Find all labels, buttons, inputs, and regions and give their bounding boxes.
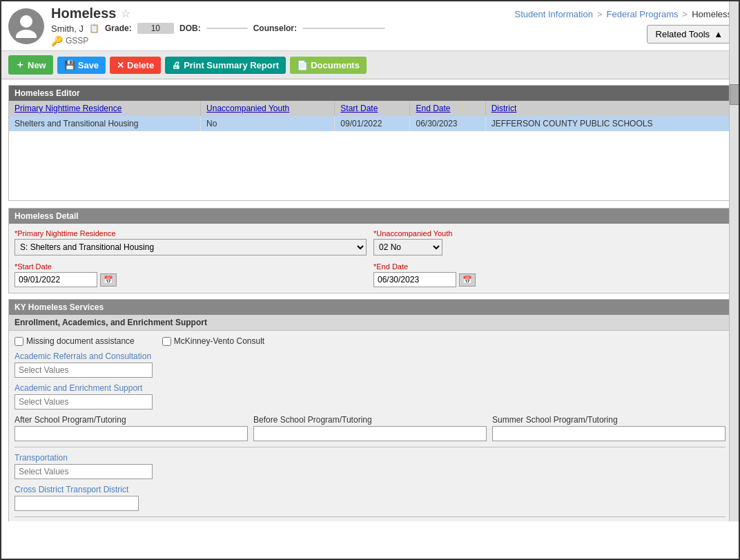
academic-referrals-label: Academic Referrals and Consultation — [14, 351, 726, 361]
transportation-input[interactable] — [14, 464, 153, 479]
gssp-label: GSSP — [66, 36, 88, 46]
unaccompanied-label: *Unaccompanied Youth — [373, 229, 726, 238]
ky-homeless-services-header: KY Homeless Services — [9, 300, 731, 315]
documents-button[interactable]: 📄 Documents — [290, 57, 367, 74]
primary-nighttime-label: *Primary Nighttime Residence — [14, 229, 367, 238]
plus-icon: ＋ — [15, 59, 25, 71]
academic-referrals-input[interactable] — [14, 363, 153, 378]
col-primary-nighttime[interactable]: Primary Nighttime Residence — [9, 101, 201, 116]
summer-school-input[interactable] — [492, 426, 726, 441]
breadcrumb: Student Information > Federal Programs >… — [515, 9, 732, 19]
end-date-calendar-button[interactable]: 📅 — [459, 273, 476, 287]
chevron-up-icon: ▲ — [714, 29, 723, 39]
breadcrumb-federal-programs[interactable]: Federal Programs — [607, 9, 679, 19]
grade-label: Grade: — [105, 23, 132, 33]
save-label: Save — [78, 60, 99, 70]
cell-start-date: 09/01/2022 — [335, 116, 410, 131]
col-end-date[interactable]: End Date — [410, 101, 485, 116]
grade-value: 10 — [137, 23, 174, 34]
cross-district-label: Cross District Transport District — [14, 485, 726, 494]
print-label: Print Summary Report — [184, 60, 279, 70]
start-date-calendar-button[interactable]: 📅 — [100, 273, 117, 287]
related-tools-button[interactable]: Related Tools ▲ — [647, 25, 732, 44]
before-school-input[interactable] — [253, 426, 487, 441]
star-icon[interactable]: ☆ — [121, 7, 130, 20]
toolbar: ＋ New 💾 Save ✕ Delete 🖨 Print Summary Re… — [1, 51, 739, 79]
transportation-group: Transportation — [14, 453, 726, 479]
svg-point-1 — [16, 30, 37, 38]
start-date-input[interactable] — [14, 272, 97, 287]
table-row[interactable]: Shelters and Transitional Housing No 09/… — [9, 116, 731, 131]
after-school-label: After School Program/Tutoring — [14, 415, 248, 425]
breadcrumb-sep1: > — [597, 9, 603, 19]
delete-icon: ✕ — [117, 60, 124, 70]
grade-icon: 📋 — [89, 23, 99, 33]
academic-enrichment-group: Academic and Enrichment Support — [14, 383, 726, 409]
cell-primary-nighttime: Shelters and Transitional Housing — [9, 116, 201, 131]
dob-value — [206, 28, 248, 29]
end-date-input[interactable] — [373, 272, 456, 287]
missing-doc-item: Missing document assistance — [14, 336, 135, 346]
related-tools-label: Related Tools — [656, 29, 710, 39]
primary-nighttime-select[interactable]: S: Shelters and Transitional Housing D: … — [14, 239, 367, 255]
svg-point-0 — [20, 15, 32, 28]
new-label: New — [28, 60, 46, 70]
services-sub-header: Enrollment, Academics, and Enrichment Su… — [9, 315, 731, 331]
before-school-group: Before School Program/Tutoring — [253, 415, 487, 441]
breadcrumb-sep2: > — [683, 9, 688, 19]
summer-school-label: Summer School Program/Tutoring — [492, 415, 726, 425]
student-avatar — [8, 8, 44, 44]
cell-end-date: 06/30/2023 — [410, 116, 485, 131]
missing-doc-checkbox[interactable] — [14, 337, 23, 346]
homeless-detail-header: Homeless Detail — [9, 209, 731, 224]
academic-enrichment-input[interactable] — [14, 394, 153, 409]
cross-district-input[interactable] — [14, 496, 139, 511]
start-date-label: *Start Date — [14, 262, 367, 271]
cell-district: JEFFERSON COUNTY PUBLIC SCHOOLS — [485, 116, 730, 131]
start-date-field: *Start Date 📅 — [14, 262, 367, 287]
save-button[interactable]: 💾 Save — [57, 57, 106, 74]
academic-referrals-group: Academic Referrals and Consultation — [14, 351, 726, 378]
new-button[interactable]: ＋ New — [8, 55, 53, 75]
dob-label: DOB: — [179, 23, 201, 33]
counselor-value — [302, 28, 385, 29]
primary-nighttime-field: *Primary Nighttime Residence S: Shelters… — [14, 229, 367, 255]
save-icon: 💾 — [64, 60, 75, 70]
cell-unaccompanied-youth: No — [201, 116, 335, 131]
print-icon: 🖨 — [172, 60, 181, 70]
col-district[interactable]: District — [485, 101, 730, 116]
cross-district-group: Cross District Transport District — [14, 485, 726, 511]
summer-school-group: Summer School Program/Tutoring — [492, 415, 726, 441]
col-start-date[interactable]: Start Date — [335, 101, 410, 116]
homeless-table: Primary Nighttime Residence Unaccompanie… — [9, 101, 731, 131]
scrollbar-thumb[interactable] — [730, 84, 739, 105]
student-name: Smith, J — [51, 23, 84, 34]
breadcrumb-current: Homeless — [692, 9, 732, 19]
counselor-label: Counselor: — [253, 23, 297, 33]
transportation-label: Transportation — [14, 453, 726, 463]
mckinney-item: McKinney-Vento Consult — [162, 336, 264, 346]
divider-1 — [14, 447, 726, 447]
unaccompanied-field: *Unaccompanied Youth 02 No 01 Yes — [373, 229, 726, 255]
documents-label: Documents — [311, 60, 360, 70]
unaccompanied-select[interactable]: 02 No 01 Yes — [373, 239, 442, 255]
academic-enrichment-label: Academic and Enrichment Support — [14, 383, 726, 393]
homeless-editor-header: Homeless Editor — [9, 86, 731, 101]
tutoring-section: After School Program/Tutoring Before Sch… — [14, 415, 726, 441]
print-button[interactable]: 🖨 Print Summary Report — [165, 57, 286, 74]
col-unaccompanied-youth[interactable]: Unaccompanied Youth — [201, 101, 335, 116]
mckinney-checkbox[interactable] — [162, 337, 171, 346]
mckinney-label: McKinney-Vento Consult — [174, 336, 264, 346]
end-date-field: *End Date 📅 — [373, 262, 726, 287]
key-icon: 🔑 — [51, 35, 63, 46]
breadcrumb-student-info[interactable]: Student Information — [515, 9, 593, 19]
scrollbar[interactable] — [729, 1, 739, 521]
checkboxes-row: Missing document assistance McKinney-Ven… — [14, 336, 726, 346]
after-school-group: After School Program/Tutoring — [14, 415, 248, 441]
delete-button[interactable]: ✕ Delete — [110, 57, 161, 74]
after-school-input[interactable] — [14, 426, 248, 441]
delete-label: Delete — [127, 60, 154, 70]
end-date-label: *End Date — [373, 262, 726, 271]
before-school-label: Before School Program/Tutoring — [253, 415, 487, 425]
document-icon: 📄 — [297, 60, 308, 70]
